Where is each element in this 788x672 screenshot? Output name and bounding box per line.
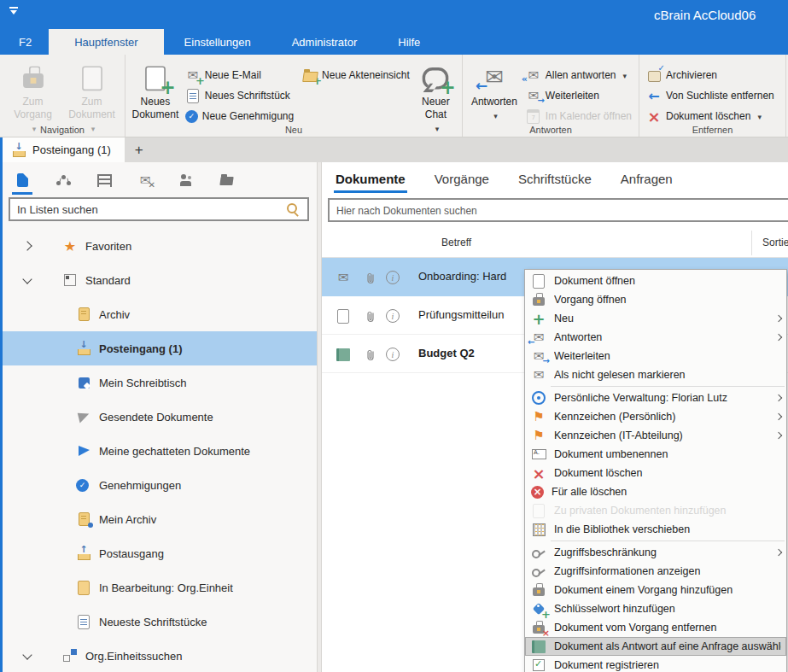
paperclip-icon: [363, 347, 378, 362]
document-search: [328, 198, 788, 222]
chevron-down-icon[interactable]: [22, 650, 32, 659]
document-search-input[interactable]: [330, 204, 788, 217]
neue-akteneinsicht-button[interactable]: + Neue Akteneinsicht: [299, 67, 413, 84]
folders-view-button[interactable]: [216, 167, 238, 193]
menu-item-zu-privaten-dokumenten[interactable]: Zu privaten Dokumenten hinzufügen: [525, 501, 786, 520]
tree-item-archiv[interactable]: Archiv: [3, 297, 317, 331]
tree-item-genehmigungen[interactable]: Genehmigungen: [3, 468, 317, 502]
envelope-icon: [336, 270, 351, 285]
menu-item-dokument-oeffnen[interactable]: Dokument öffnen: [525, 272, 786, 290]
menu-item-zugriffsbeschraenkung[interactable]: Zugriffsbeschränkung: [525, 543, 786, 562]
menu-tab-einstellungen[interactable]: Einstellungen: [164, 29, 271, 55]
column-header-sortierdatum[interactable]: Sortierdatum: [762, 237, 788, 248]
page-icon: [336, 308, 351, 324]
menu-item-in-die-bibliothek-verschieben[interactable]: In die Bibliothek verschieben: [525, 520, 786, 539]
plus-icon: [531, 311, 546, 326]
dropdown-caret-icon: [621, 69, 627, 81]
tab-dokumente[interactable]: Dokumente: [336, 165, 406, 193]
menu-item-vorgang-oeffnen[interactable]: Vorgang öffnen: [525, 290, 786, 309]
forward-envelope-icon: →: [531, 348, 546, 364]
tab-posteingang[interactable]: Posteingang (1): [3, 137, 125, 162]
menu-item-kennzeichen-persoenlich[interactable]: Kennzeichen (Persönlich): [525, 407, 786, 426]
menu-item-neu[interactable]: Neu: [525, 309, 786, 328]
group-label-entfernen: Entfernen: [639, 125, 785, 135]
archivieren-button[interactable]: ✓ Archivieren: [643, 67, 782, 84]
zum-dokument-button[interactable]: Zum Dokument: [62, 60, 121, 123]
dokument-loeschen-button[interactable]: Dokument löschen: [643, 108, 782, 125]
menu-item-antworten[interactable]: ← Antworten: [525, 328, 786, 347]
menu-item-dokument-vom-vorgang-entfernen[interactable]: × Dokument vom Vorgang entfernen: [525, 618, 786, 637]
im-kalender-oeffnen-button[interactable]: Im Kalender öffnen: [522, 108, 635, 125]
menu-item-dokument-einem-vorgang-hinzufuegen[interactable]: Dokument einem Vorgang hinzufügen: [525, 581, 786, 599]
tab-vorgaenge[interactable]: Vorgänge: [435, 165, 489, 193]
network-view-button[interactable]: [52, 167, 74, 193]
tree-item-in-bearbeitung[interactable]: In Bearbeitung: Org.Einheit: [3, 570, 317, 605]
documents-view-button[interactable]: [11, 167, 33, 193]
contacts-view-button[interactable]: [175, 167, 197, 193]
menu-item-als-nicht-gelesen-markieren[interactable]: Als nicht gelesen markieren: [525, 365, 786, 384]
tree-item-neueste-schriftstuecke[interactable]: Neueste Schriftstücke: [3, 605, 317, 639]
allen-antworten-button[interactable]: « Allen antworten: [522, 67, 635, 84]
menu-item-schluesselwort-hinzufuegen[interactable]: + Schlüsselwort hinzufügen: [525, 599, 786, 618]
menu-item-dokument-als-antwort-auf-anfrage[interactable]: Dokument als Antwort auf eine Anfrage au…: [525, 637, 786, 656]
antworten-button[interactable]: ← Antworten: [466, 60, 522, 123]
neues-dokument-button[interactable]: + Neues Dokument: [129, 60, 182, 123]
tab-anfragen[interactable]: Anfragen: [621, 165, 673, 193]
tree-item-mein-archiv[interactable]: Mein Archiv: [3, 502, 317, 536]
tree-item-gechattete-dokumente[interactable]: Meine gechatteten Dokumente: [3, 434, 317, 468]
info-icon[interactable]: [385, 308, 400, 324]
column-separator[interactable]: [751, 231, 752, 255]
library-icon: [531, 522, 546, 537]
menu-item-persoenliche-verwaltung[interactable]: Persönliche Verwaltung: Florian Lutz: [525, 389, 786, 407]
column-header-betreff[interactable]: Betreff: [441, 237, 471, 248]
weiterleiten-button[interactable]: → Weiterleiten: [522, 87, 635, 104]
flag-icon: [531, 428, 546, 443]
von-suchliste-entfernen-button[interactable]: Von Suchliste entfernen: [643, 87, 782, 104]
menu-item-weiterleiten[interactable]: → Weiterleiten: [525, 347, 786, 365]
chevron-down-icon[interactable]: [22, 274, 32, 283]
ribbon-group-antworten: ← Antworten « Allen antworten → Weiterle…: [463, 55, 639, 137]
menu-tab-hauptfenster[interactable]: Hauptfenster: [49, 29, 163, 55]
flag-icon: [531, 409, 546, 424]
info-icon[interactable]: [385, 270, 400, 285]
menu-item-zugriffsinformationen-anzeigen[interactable]: Zugriffsinformationen anzeigen: [525, 562, 786, 581]
menu-tab-administrator[interactable]: Administrator: [271, 29, 378, 55]
sidebar-search-input[interactable]: [10, 203, 285, 216]
tree-item-posteingang[interactable]: Posteingang (1): [3, 331, 317, 365]
info-icon[interactable]: [385, 347, 400, 362]
list-tabstrip: Posteingang (1) +: [0, 137, 788, 162]
submenu-arrow-icon: [775, 334, 782, 341]
new-tab-button[interactable]: +: [125, 137, 154, 162]
delete-x-icon: [531, 465, 546, 481]
quick-access-icon[interactable]: [9, 7, 19, 15]
mail-view-button[interactable]: ✕: [134, 167, 156, 193]
menu-tab-f2[interactable]: F2: [0, 29, 49, 55]
approval-check-icon: [76, 479, 89, 492]
outbox-icon: [76, 546, 91, 561]
tree-item-gesendete-dokumente[interactable]: Gesendete Dokumente: [3, 400, 317, 434]
menu-item-dokument-loeschen[interactable]: Dokument löschen: [525, 464, 786, 482]
sidebar: ✕ Favoriten Standard Archiv: [3, 162, 317, 672]
menu-item-fuer-alle-loeschen[interactable]: Für alle löschen: [525, 482, 786, 501]
neuer-chat-button[interactable]: + Neuer Chat: [413, 60, 458, 123]
tree-item-favoriten[interactable]: Favoriten: [3, 229, 317, 263]
zum-vorgang-button[interactable]: Zum Vorgang: [3, 60, 62, 123]
tree-item-org-einheitssuchen[interactable]: Org.Einheitssuchen: [3, 639, 317, 672]
people-icon: [178, 172, 194, 188]
menu-item-dokument-umbenennen[interactable]: Dokument umbenennen: [525, 445, 786, 464]
neue-genehmigung-button[interactable]: Neue Genehmigung: [182, 108, 299, 125]
remove-from-list-arrow-icon: [646, 88, 662, 103]
tab-schriftstuecke[interactable]: Schriftstücke: [518, 165, 592, 193]
neues-schriftstueck-button[interactable]: Neues Schriftstück: [182, 87, 299, 104]
menu-tab-hilfe[interactable]: Hilfe: [377, 29, 441, 55]
tree-item-postausgang[interactable]: Postausgang: [3, 536, 317, 570]
menu-item-dokument-registrieren[interactable]: Dokument registrieren: [525, 656, 786, 672]
tree-item-mein-schreibtisch[interactable]: Mein Schreibtisch: [3, 365, 317, 400]
list-view-button[interactable]: [93, 167, 115, 193]
send-arrow-icon: [76, 443, 91, 459]
chevron-right-icon[interactable]: [22, 241, 32, 250]
neue-email-button[interactable]: + Neue E-Mail: [182, 67, 299, 84]
tree-item-standard[interactable]: Standard: [3, 263, 317, 297]
menu-item-kennzeichen-it-abteilung[interactable]: Kennzeichen (IT-Abteilung): [525, 426, 786, 445]
archive-drawer-icon: [76, 307, 91, 322]
